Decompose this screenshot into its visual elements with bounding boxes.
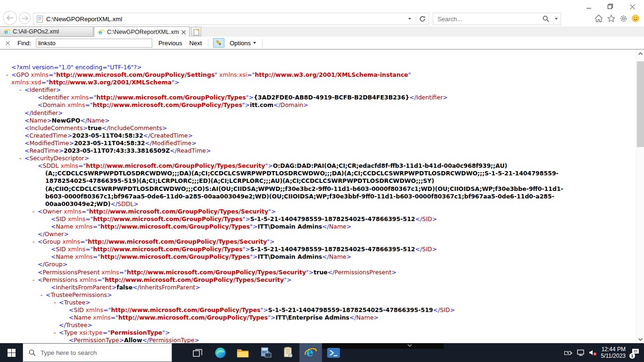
address-bar[interactable]: C:\NewGPOReportXML.xml [33,13,429,25]
collapse-toggle[interactable]: - [19,155,25,162]
xml-token: 2023-05-11T04:58:32 [72,132,143,139]
taskbar-clock[interactable]: 12:44 PM 5/11/2023 [601,346,626,359]
battery-icon[interactable] [564,350,573,356]
xml-token: xmlns [71,94,89,101]
back-button[interactable] [3,11,17,25]
find-options-button[interactable]: Options [230,40,251,47]
find-input[interactable] [36,39,152,48]
network-icon[interactable] [577,349,585,356]
xml-token: S-1-5-21-1404798559-1878254025-47866395-… [268,306,433,313]
xml-token: "> [172,79,179,86]
xml-token: < [51,223,56,230]
xml-token: TrusteePermissions [50,291,107,298]
find-previous-button[interactable]: Previous [158,40,182,47]
xml-token: > [391,269,396,276]
xml-line: <ModifiedTime>2023-05-11T04:58:32</Modif… [0,140,636,147]
xml-token: < [69,306,74,313]
tools-button[interactable] [619,15,627,25]
xml-token: < [25,132,29,139]
collapse-toggle[interactable]: - [33,276,38,284]
page-icon [37,16,43,23]
xml-token: </ [102,124,109,132]
new-tab-button[interactable] [191,27,201,36]
favorites-button[interactable] [607,15,615,24]
restore-button[interactable] [600,0,621,13]
xml-token: </ [25,109,32,116]
tab-newgporeportxml[interactable]: e C:\NewGPOReportXML.xml [94,26,190,37]
xml-token: http://www.microsoft.com/GroupPolicy/Typ… [93,215,242,222]
xml-token: 00aa003049e2;WD) [45,200,111,207]
collapse-toggle[interactable]: - [6,71,11,79]
start-button[interactable] [0,343,23,362]
taskbar-search-box[interactable]: Type here to search [23,343,172,362]
xml-token: > [133,200,138,207]
task-view-button[interactable] [186,343,209,362]
xml-token: CreatedTime [150,132,188,139]
collapse-toggle[interactable]: - [54,299,59,306]
home-icon [594,15,603,22]
xml-token: CreatedTime [29,132,67,139]
volume-muted-icon[interactable] [589,349,597,356]
feedback-button[interactable] [632,15,639,24]
taskbar-edge-button[interactable] [209,343,231,362]
collapse-toggle[interactable]: - [33,238,38,246]
forward-button[interactable] [19,12,31,24]
xml-token: < [25,117,29,124]
xml-token: =" [78,162,86,169]
xml-token: </ [142,337,149,343]
search-button[interactable] [540,13,552,25]
scrollbar-thumb[interactable] [637,61,644,147]
xml-token: =" [111,314,118,321]
collapse-toggle[interactable]: - [54,329,59,337]
action-center-button[interactable]: 1 [632,348,639,357]
xml-token: </ [38,230,45,238]
taskbar-powershell-button[interactable] [322,343,345,362]
xml-token: > [47,117,51,124]
xml-token: < [25,147,29,154]
search-dropdown-button[interactable] [552,13,561,25]
xml-token: http://www.w3.org/2001/XMLSchema-instanc… [255,71,408,78]
xml-token: </ [322,223,329,230]
vertical-scrollbar[interactable] [636,49,644,343]
xml-token: xmlns [64,208,81,215]
taskbar-file-explorer-button[interactable] [231,343,254,362]
scroll-down-button[interactable] [636,335,644,343]
chevron-down-icon[interactable] [407,344,412,347]
collapse-toggle[interactable]: - [33,208,38,215]
xml-token: =" [89,94,96,101]
xml-token: < [69,337,74,343]
taskbar-server-manager-button[interactable] [254,343,277,362]
scroll-up-button[interactable] [636,49,644,58]
xml-token: > [87,321,92,329]
chevron-up-icon [638,52,643,55]
search-box[interactable]: Search... [433,13,561,25]
collapse-toggle[interactable]: - [19,86,25,94]
xml-token: Name [329,223,347,230]
find-next-button[interactable]: Next [189,40,202,47]
xml-token: ModifiedTime [152,140,191,147]
xml-token: Domain [281,101,304,108]
chevron-down-icon[interactable] [253,42,256,44]
xml-token: IncludeComments [108,124,162,132]
refresh-button[interactable] [416,13,429,25]
find-close-icon[interactable] [6,41,10,45]
minimize-button[interactable] [578,0,600,13]
xml-token: =" [93,253,100,260]
xml-token: O:DAG:DAD:PAI(OA;CI;CR;edacfd8f-ffb3-11d… [273,162,507,169]
xml-token: xmlns [68,246,85,253]
address-text[interactable]: C:\NewGPOReportXML.xml [46,16,404,23]
home-button[interactable] [594,15,603,24]
xml-token: < [38,94,42,101]
xml-token: < [25,155,29,162]
xml-token: S-1-5-21-1404798559-1878254025-47866395-… [250,246,415,253]
tab-all-gpos2[interactable]: e C:\All-GPOs2.xml [0,26,93,37]
address-dropdown-button[interactable] [404,13,416,25]
xml-token: "> [243,215,250,222]
xml-line: -<GPO xmlns="http://www.microsoft.com/Gr… [0,71,636,79]
close-button[interactable] [621,0,643,13]
taskbar-internet-explorer-button[interactable]: e [299,343,322,362]
tab-close-icon[interactable] [182,30,186,34]
highlight-all-button[interactable] [213,38,224,48]
collapse-toggle[interactable]: - [41,291,46,299]
taskbar-gpmc-button[interactable] [277,343,299,362]
